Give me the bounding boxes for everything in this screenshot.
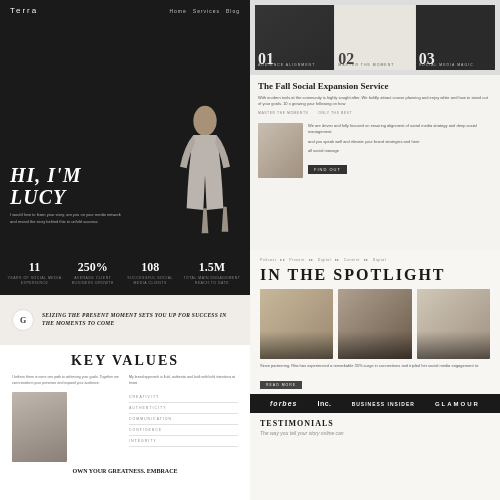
kv-item-2: AUTHENTICITY <box>129 403 238 414</box>
testimonials-section: TESTIMONIALS The way you tell your story… <box>250 413 500 500</box>
spotlight-section: Podcast ▸▸ Present ▸▸ Digital ▸▸ Content… <box>250 250 500 394</box>
logo-business-insider: BUSINESS INSIDER <box>352 401 415 407</box>
fall-title: The Fall Social Expansion Service <box>258 81 492 92</box>
sp-nav-3[interactable]: Digital <box>318 258 331 262</box>
sp-nav-sep1: ▸▸ <box>280 258 285 262</box>
stat-2: 250% AVERAGE CLIENT BUSINESS GROWTH <box>64 260 122 285</box>
stat-num-2: 250% <box>64 260 122 275</box>
sp-nav-sep2: ▸▸ <box>309 258 314 262</box>
stat-num-1: 11 <box>5 260 64 275</box>
nav-links: Home Services Blog <box>169 8 240 14</box>
stat-label-3: SUCCESSFUL SOCIAL MEDIA CLIENTS <box>122 276 179 285</box>
profile-text: We are driven and fully focused on ensur… <box>308 123 492 176</box>
quote-banner: G SEIZING THE PRESENT MOMENT SETS YOU UP… <box>0 295 250 345</box>
stat-label-4: TOTAL MAIN ENGAGEMENT REACH TO DATE <box>179 276 245 285</box>
kv-item-3: COMMUNICATION <box>129 414 238 425</box>
quote-logo: G <box>12 309 34 331</box>
sp-nav-sep4: ▸▸ <box>364 258 369 262</box>
spotlight-card-3 <box>417 289 490 359</box>
testimonials-subtitle: The way you tell your story online can <box>260 430 490 436</box>
testimonials-title: TESTIMONIALS <box>260 419 490 428</box>
top-right-panel: 01 AUDIENCE ALIGNMENT 02 MASTER THE MOME… <box>250 0 500 250</box>
sp-card-overlay-2 <box>338 331 411 359</box>
kv-left: I believe there is more one path to achi… <box>12 375 121 462</box>
sp-nav-4[interactable]: Content <box>344 258 360 262</box>
card-num-3: 03 <box>419 51 435 67</box>
card-3: 03 SOCIAL MEDIA MAGIC <box>416 5 495 70</box>
nav-link-services[interactable]: Services <box>193 8 220 14</box>
key-values-body: I believe there is more one path to achi… <box>12 375 238 462</box>
stat-4: 1.5M TOTAL MAIN ENGAGEMENT REACH TO DATE <box>179 260 245 285</box>
logo-inc: Inc. <box>318 400 332 407</box>
fall-meta: MASTER THE MOMENTS ONLY THE BEST <box>258 111 492 115</box>
profile-row: We are driven and fully focused on ensur… <box>250 119 500 182</box>
nav-bar: Terra Home Services Blog <box>0 0 250 21</box>
spotlight-cards <box>260 289 490 359</box>
stat-num-4: 1.5M <box>179 260 245 275</box>
svg-point-0 <box>193 106 216 136</box>
card-2: 02 MASTER THE MOMENT <box>335 5 414 70</box>
numbered-grid: 01 AUDIENCE ALIGNMENT 02 MASTER THE MOME… <box>250 0 500 75</box>
kv-item-1: CREATIVITY <box>129 392 238 403</box>
kv-item-4: CONFIDENCE <box>129 425 238 436</box>
kv-item-5: INTEGRITY <box>129 436 238 447</box>
stat-label-2: AVERAGE CLIENT BUSINESS GROWTH <box>64 276 122 285</box>
key-values-title: KEY VALUES <box>12 353 238 369</box>
kv-right: My brand approach is fluid, authentic an… <box>129 375 238 462</box>
quote-text: SEIZING THE PRESENT MOMENT SETS YOU UP F… <box>42 312 238 327</box>
bottom-left-panel: 11 YEARS OF SOCIAL MEDIA EXPERIENCE 250%… <box>0 250 250 500</box>
kv-tagline: OWN YOUR GREATNESS. EMBRACE <box>12 468 238 476</box>
profile-image <box>258 123 303 178</box>
spotlight-read-more-button[interactable]: READ MORE <box>260 381 302 389</box>
profile-desc-3: all social manage <box>308 148 492 154</box>
fall-section: The Fall Social Expansion Service With m… <box>250 75 500 119</box>
kv-person-image <box>12 392 67 462</box>
spotlight-card-2 <box>338 289 411 359</box>
stat-1: 11 YEARS OF SOCIAL MEDIA EXPERIENCE <box>5 260 64 285</box>
card-num-1: 01 <box>258 51 274 67</box>
logos-section: forbes Inc. BUSINESS INSIDER GLAMOUR <box>250 394 500 413</box>
stat-label-1: YEARS OF SOCIAL MEDIA EXPERIENCE <box>5 276 64 285</box>
nav-link-blog[interactable]: Blog <box>226 8 240 14</box>
main-grid: Terra Home Services Blog HI, I'M LUCY I … <box>0 0 500 500</box>
hero-content: HI, I'M LUCY I would love to learn your … <box>10 164 125 225</box>
bottom-right-panel: Podcast ▸▸ Present ▸▸ Digital ▸▸ Content… <box>250 250 500 500</box>
hero-panel: Terra Home Services Blog HI, I'M LUCY I … <box>0 0 250 250</box>
sp-card-overlay-1 <box>260 331 333 359</box>
kv-intro: I believe there is more one path to achi… <box>12 375 121 387</box>
key-values-section: KEY VALUES I believe there is more one p… <box>0 345 250 500</box>
spotlight-card-1 <box>260 289 333 359</box>
stat-3: 108 SUCCESSFUL SOCIAL MEDIA CLIENTS <box>122 260 179 285</box>
card-num-2: 02 <box>338 51 354 67</box>
sp-card-overlay-3 <box>417 331 490 359</box>
nav-link-home[interactable]: Home <box>169 8 186 14</box>
spotlight-description: Since partnering, Rita has experienced a… <box>260 363 490 369</box>
fall-text: With modern tools at the community is hi… <box>258 95 492 107</box>
sp-nav-1[interactable]: Podcast <box>260 258 276 262</box>
stat-num-3: 108 <box>122 260 179 275</box>
nav-logo: Terra <box>10 6 38 15</box>
sp-nav-5[interactable]: Digital <box>373 258 386 262</box>
kv-intro2: My brand approach is fluid, authentic an… <box>129 375 238 387</box>
logo-forbes: forbes <box>270 400 297 407</box>
stats-bar: 11 YEARS OF SOCIAL MEDIA EXPERIENCE 250%… <box>0 250 250 295</box>
hero-woman-figure <box>165 100 245 250</box>
hero-title: HI, I'M LUCY <box>10 164 125 208</box>
logo-glamour: GLAMOUR <box>435 401 480 407</box>
fall-meta-1: MASTER THE MOMENTS <box>258 111 308 115</box>
spotlight-title: IN THE SPOTLIGHT <box>260 266 490 284</box>
spotlight-nav: Podcast ▸▸ Present ▸▸ Digital ▸▸ Content… <box>260 258 490 262</box>
sp-nav-2[interactable]: Present <box>289 258 305 262</box>
profile-desc-2: and you speak well and elevate your bran… <box>308 139 492 145</box>
card-1: 01 AUDIENCE ALIGNMENT <box>255 5 334 70</box>
fall-meta-2: ONLY THE BEST <box>318 111 352 115</box>
hero-subtitle: I would love to learn your story, am you… <box>10 212 125 225</box>
sp-nav-sep3: ▸▸ <box>335 258 340 262</box>
profile-desc-1: We are driven and fully focused on ensur… <box>308 123 492 136</box>
find-out-button[interactable]: FIND OUT <box>308 165 347 174</box>
